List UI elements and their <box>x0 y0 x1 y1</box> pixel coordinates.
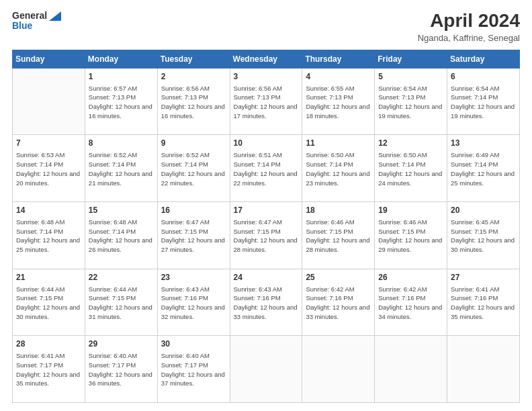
day-number: 20 <box>451 205 516 216</box>
day-cell: 23 Sunrise: 6:43 AM Sunset: 7:16 PM Dayl… <box>157 269 230 336</box>
sunset-text: Sunset: 7:17 PM <box>16 361 81 370</box>
day-cell <box>13 68 85 135</box>
sunrise-text: Sunrise: 6:56 AM <box>234 84 299 93</box>
day-number: 27 <box>451 272 516 283</box>
daylight-text: Daylight: 12 hours and 27 minutes. <box>161 236 226 255</box>
day-info: Sunrise: 6:45 AM Sunset: 7:15 PM Dayligh… <box>451 218 516 255</box>
col-header-sunday: Sunday <box>13 50 85 68</box>
day-cell: 25 Sunrise: 6:42 AM Sunset: 7:16 PM Dayl… <box>302 269 375 336</box>
day-info: Sunrise: 6:56 AM Sunset: 7:13 PM Dayligh… <box>234 84 299 121</box>
day-cell: 24 Sunrise: 6:43 AM Sunset: 7:16 PM Dayl… <box>230 269 302 336</box>
daylight-text: Daylight: 12 hours and 32 minutes. <box>161 303 226 322</box>
day-info: Sunrise: 6:47 AM Sunset: 7:15 PM Dayligh… <box>161 218 226 255</box>
sunrise-text: Sunrise: 6:50 AM <box>378 150 443 160</box>
day-cell: 14 Sunrise: 6:48 AM Sunset: 7:14 PM Dayl… <box>13 202 85 269</box>
day-info: Sunrise: 6:55 AM Sunset: 7:13 PM Dayligh… <box>306 84 371 121</box>
calendar-table: SundayMondayTuesdayWednesdayThursdayFrid… <box>12 50 520 403</box>
col-header-friday: Friday <box>375 50 447 68</box>
sunset-text: Sunset: 7:17 PM <box>89 361 154 370</box>
sunrise-text: Sunrise: 6:43 AM <box>234 285 299 294</box>
col-header-thursday: Thursday <box>302 50 375 68</box>
sunset-text: Sunset: 7:15 PM <box>306 227 371 236</box>
sunrise-text: Sunrise: 6:47 AM <box>234 218 299 227</box>
daylight-text: Daylight: 12 hours and 28 minutes. <box>306 236 371 255</box>
daylight-text: Daylight: 12 hours and 31 minutes. <box>89 303 154 322</box>
day-cell: 16 Sunrise: 6:47 AM Sunset: 7:15 PM Dayl… <box>157 202 230 269</box>
day-cell: 3 Sunrise: 6:56 AM Sunset: 7:13 PM Dayli… <box>230 68 302 135</box>
day-number: 2 <box>161 71 226 83</box>
sunset-text: Sunset: 7:14 PM <box>451 93 516 102</box>
logo-general: General <box>12 11 47 21</box>
day-cell: 30 Sunrise: 6:40 AM Sunset: 7:17 PM Dayl… <box>157 336 230 403</box>
daylight-text: Daylight: 12 hours and 26 minutes. <box>89 236 154 255</box>
day-info: Sunrise: 6:54 AM Sunset: 7:13 PM Dayligh… <box>378 84 443 121</box>
sunset-text: Sunset: 7:16 PM <box>378 293 443 303</box>
daylight-text: Daylight: 12 hours and 30 minutes. <box>16 303 81 322</box>
day-cell: 4 Sunrise: 6:55 AM Sunset: 7:13 PM Dayli… <box>302 68 375 135</box>
day-cell: 8 Sunrise: 6:52 AM Sunset: 7:14 PM Dayli… <box>85 135 157 202</box>
logo-triangle-icon <box>49 11 61 21</box>
day-info: Sunrise: 6:43 AM Sunset: 7:16 PM Dayligh… <box>161 285 226 322</box>
sunrise-text: Sunrise: 6:48 AM <box>89 218 154 227</box>
day-cell: 9 Sunrise: 6:52 AM Sunset: 7:14 PM Dayli… <box>157 135 230 202</box>
day-number: 18 <box>306 205 371 216</box>
sunrise-text: Sunrise: 6:41 AM <box>451 285 516 294</box>
sunset-text: Sunset: 7:13 PM <box>89 93 154 102</box>
sunrise-text: Sunrise: 6:51 AM <box>234 150 299 160</box>
daylight-text: Daylight: 12 hours and 25 minutes. <box>451 169 516 188</box>
day-number: 16 <box>161 205 226 216</box>
sunrise-text: Sunrise: 6:54 AM <box>451 84 516 93</box>
sunset-text: Sunset: 7:15 PM <box>451 227 516 236</box>
day-info: Sunrise: 6:46 AM Sunset: 7:15 PM Dayligh… <box>378 218 443 255</box>
sunset-text: Sunset: 7:16 PM <box>161 293 226 303</box>
daylight-text: Daylight: 12 hours and 33 minutes. <box>306 303 371 322</box>
sunset-text: Sunset: 7:17 PM <box>161 361 226 370</box>
day-number: 10 <box>234 138 299 149</box>
day-number: 8 <box>89 138 154 149</box>
col-header-tuesday: Tuesday <box>157 50 230 68</box>
sunrise-text: Sunrise: 6:52 AM <box>161 150 226 160</box>
sunset-text: Sunset: 7:16 PM <box>306 293 371 303</box>
day-cell: 27 Sunrise: 6:41 AM Sunset: 7:16 PM Dayl… <box>447 269 520 336</box>
day-cell: 29 Sunrise: 6:40 AM Sunset: 7:17 PM Dayl… <box>85 336 157 403</box>
sunrise-text: Sunrise: 6:46 AM <box>378 218 443 227</box>
day-info: Sunrise: 6:44 AM Sunset: 7:15 PM Dayligh… <box>16 285 81 322</box>
day-info: Sunrise: 6:41 AM Sunset: 7:16 PM Dayligh… <box>451 285 516 322</box>
day-number: 24 <box>234 272 299 283</box>
sunset-text: Sunset: 7:14 PM <box>451 160 516 169</box>
calendar-header-row: SundayMondayTuesdayWednesdayThursdayFrid… <box>13 50 520 68</box>
sunrise-text: Sunrise: 6:52 AM <box>89 150 154 160</box>
sunrise-text: Sunrise: 6:55 AM <box>306 84 371 93</box>
week-row-5: 28 Sunrise: 6:41 AM Sunset: 7:17 PM Dayl… <box>13 336 520 403</box>
daylight-text: Daylight: 12 hours and 37 minutes. <box>161 370 226 389</box>
day-number: 30 <box>161 338 226 350</box>
sunrise-text: Sunrise: 6:45 AM <box>451 218 516 227</box>
daylight-text: Daylight: 12 hours and 23 minutes. <box>306 169 371 188</box>
day-cell: 20 Sunrise: 6:45 AM Sunset: 7:15 PM Dayl… <box>447 202 520 269</box>
sunset-text: Sunset: 7:14 PM <box>378 160 443 169</box>
day-number: 13 <box>451 138 516 149</box>
daylight-text: Daylight: 12 hours and 36 minutes. <box>89 370 154 389</box>
daylight-text: Daylight: 12 hours and 33 minutes. <box>234 303 299 322</box>
daylight-text: Daylight: 12 hours and 29 minutes. <box>378 236 443 255</box>
sunset-text: Sunset: 7:14 PM <box>161 160 226 169</box>
sunset-text: Sunset: 7:13 PM <box>306 93 371 102</box>
day-number: 14 <box>16 205 81 216</box>
day-cell: 21 Sunrise: 6:44 AM Sunset: 7:15 PM Dayl… <box>13 269 85 336</box>
day-cell: 1 Sunrise: 6:57 AM Sunset: 7:13 PM Dayli… <box>85 68 157 135</box>
daylight-text: Daylight: 12 hours and 22 minutes. <box>234 169 299 188</box>
day-info: Sunrise: 6:44 AM Sunset: 7:15 PM Dayligh… <box>89 285 154 322</box>
week-row-3: 14 Sunrise: 6:48 AM Sunset: 7:14 PM Dayl… <box>13 202 520 269</box>
daylight-text: Daylight: 12 hours and 24 minutes. <box>378 169 443 188</box>
day-cell: 18 Sunrise: 6:46 AM Sunset: 7:15 PM Dayl… <box>302 202 375 269</box>
day-number: 25 <box>306 272 371 283</box>
day-info: Sunrise: 6:50 AM Sunset: 7:14 PM Dayligh… <box>378 150 443 187</box>
sunset-text: Sunset: 7:14 PM <box>89 227 154 236</box>
day-cell: 13 Sunrise: 6:49 AM Sunset: 7:14 PM Dayl… <box>447 135 520 202</box>
sunrise-text: Sunrise: 6:50 AM <box>306 150 371 160</box>
daylight-text: Daylight: 12 hours and 17 minutes. <box>234 102 299 121</box>
day-number: 11 <box>306 138 371 149</box>
day-info: Sunrise: 6:40 AM Sunset: 7:17 PM Dayligh… <box>161 351 226 388</box>
sunset-text: Sunset: 7:15 PM <box>378 227 443 236</box>
sunrise-text: Sunrise: 6:43 AM <box>161 285 226 294</box>
